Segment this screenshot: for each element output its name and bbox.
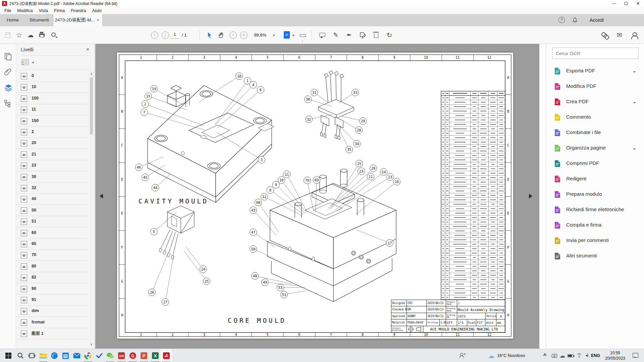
zoom-level[interactable]: 99,6% xyxy=(251,33,266,38)
tool-combinate-i-file[interactable]: Combinate i file xyxy=(546,125,644,140)
layer-visibility-toggle[interactable] xyxy=(21,118,27,124)
notifications-bell-icon[interactable] xyxy=(572,17,578,23)
calendar-icon[interactable] xyxy=(60,349,71,362)
layer-visibility-toggle[interactable] xyxy=(21,152,27,158)
people-icon[interactable] xyxy=(457,349,468,362)
zoom-in-icon[interactable]: + xyxy=(240,32,248,39)
layer-visibility-toggle[interactable] xyxy=(21,319,27,326)
menu-modifica[interactable]: Modifica xyxy=(14,8,36,13)
model-tree-icon[interactable] xyxy=(4,100,12,108)
comment-icon[interactable] xyxy=(318,31,327,40)
action-center-icon[interactable] xyxy=(633,353,638,358)
tool-richiedi-firme-elettroniche[interactable]: Richiedi firme elettroniche xyxy=(546,202,644,218)
email-icon[interactable]: ✉ xyxy=(615,31,624,40)
weather-icon[interactable]: ☁ xyxy=(486,349,497,362)
zoom-out-icon[interactable]: − xyxy=(229,32,237,39)
scroll-right-icon[interactable] xyxy=(529,194,535,198)
edit-page-icon[interactable] xyxy=(358,31,367,40)
delete-pages-icon[interactable] xyxy=(372,31,380,40)
menu-vista[interactable]: Vista xyxy=(36,8,51,13)
todo-icon[interactable] xyxy=(94,349,105,362)
sign-in-button[interactable]: Accedi xyxy=(590,14,604,26)
layer-visibility-toggle[interactable] xyxy=(21,286,27,292)
layer-options-icon[interactable] xyxy=(21,59,29,65)
hand-tool-icon[interactable] xyxy=(217,31,226,40)
layer-visibility-toggle[interactable] xyxy=(21,230,27,236)
clock[interactable]: 10:55 20/05/2023 xyxy=(602,350,628,361)
solidworks-icon[interactable]: SW xyxy=(116,349,127,362)
collapse-toolbar-icon[interactable] xyxy=(299,31,307,40)
layers-icon[interactable] xyxy=(4,83,12,92)
layer-visibility-toggle[interactable] xyxy=(21,163,27,169)
layer-visibility-toggle[interactable] xyxy=(21,219,27,225)
layer-visibility-toggle[interactable] xyxy=(21,174,27,180)
chevron-down-icon[interactable]: ⌄ xyxy=(633,68,636,73)
layer-visibility-toggle[interactable] xyxy=(21,84,27,90)
tool-commento[interactable]: Commento xyxy=(546,110,644,125)
rotate-pages-icon[interactable]: ↻ xyxy=(385,31,394,40)
account-icon[interactable] xyxy=(630,31,639,40)
tab-tools[interactable]: Strumenti xyxy=(25,14,53,26)
tools-search-input[interactable] xyxy=(552,48,639,59)
g-app-icon[interactable]: G xyxy=(127,349,138,362)
fit-width-icon[interactable]: ⇄ xyxy=(284,31,290,39)
tab-close-icon[interactable]: × xyxy=(96,14,100,26)
share-link-icon[interactable] xyxy=(600,31,609,40)
layer-visibility-toggle[interactable] xyxy=(21,297,27,303)
layers-scrollbar-thumb[interactable] xyxy=(90,77,93,134)
maximize-button[interactable] xyxy=(620,0,632,7)
task-view-icon[interactable] xyxy=(26,349,37,362)
fill-sign-icon[interactable]: ✒ xyxy=(345,31,354,40)
tool-redigere[interactable]: Redigere xyxy=(546,171,644,187)
layer-visibility-toggle[interactable] xyxy=(21,129,27,135)
menu-file[interactable]: File xyxy=(1,8,14,13)
tool-esporta-pdf[interactable]: Esporta PDF⌄ xyxy=(546,63,644,79)
attachments-icon[interactable] xyxy=(4,68,12,76)
layer-options-caret-icon[interactable]: ▼ xyxy=(32,61,35,64)
minimize-button[interactable] xyxy=(608,0,620,7)
layer-visibility-toggle[interactable] xyxy=(21,140,27,146)
layers-scrollbar[interactable]: ▲▼ xyxy=(89,71,94,347)
chevron-down-icon[interactable]: ⌄ xyxy=(633,145,636,150)
tool-crea-pdf[interactable]: Crea PDF⌄ xyxy=(546,94,644,110)
tool-modifica-pdf[interactable]: Modifica PDF xyxy=(546,79,644,94)
acrobat-icon[interactable] xyxy=(161,349,172,362)
layer-visibility-toggle[interactable] xyxy=(21,185,27,191)
tool-prepara-modulo[interactable]: Prepara modulo xyxy=(546,187,644,202)
layer-visibility-toggle[interactable] xyxy=(21,107,27,113)
chevron-down-icon[interactable]: ⌄ xyxy=(633,99,636,104)
tool-altri-strumenti[interactable]: Altri strumenti xyxy=(546,248,644,264)
zoom-caret-icon[interactable]: ▼ xyxy=(272,34,275,37)
edge-icon[interactable] xyxy=(49,349,60,362)
weather-text[interactable]: 16°C Nuvoloso xyxy=(497,349,525,362)
layer-visibility-toggle[interactable] xyxy=(21,263,27,270)
menu-firma[interactable]: Firma xyxy=(51,8,68,13)
find-icon[interactable] xyxy=(49,31,58,40)
chrome-icon[interactable] xyxy=(83,349,94,362)
previous-page-icon[interactable]: ↑ xyxy=(151,32,158,39)
layer-visibility-toggle[interactable] xyxy=(21,96,27,102)
share-cloud-icon[interactable]: ☁↑ xyxy=(26,31,35,40)
excel-icon[interactable]: X xyxy=(150,349,161,362)
wechat-icon[interactable] xyxy=(105,349,116,362)
scroll-left-icon[interactable] xyxy=(97,194,103,198)
powerpoint-icon[interactable]: P xyxy=(139,349,150,362)
star-favorite-icon[interactable]: ☆ xyxy=(15,31,23,40)
layer-visibility-toggle[interactable] xyxy=(21,275,27,281)
language-indicator[interactable]: ENG xyxy=(591,349,600,362)
print-icon[interactable] xyxy=(38,31,46,40)
layers-panel-close-icon[interactable]: × xyxy=(86,46,89,52)
close-button[interactable]: ✕ xyxy=(632,0,644,7)
layer-visibility-toggle[interactable] xyxy=(21,241,27,247)
start-icon[interactable] xyxy=(3,349,14,362)
layer-visibility-toggle[interactable] xyxy=(21,252,27,258)
help-icon[interactable]: ? xyxy=(558,17,565,23)
tab-home[interactable]: Home xyxy=(0,14,25,26)
select-tool-icon[interactable] xyxy=(205,31,214,40)
tool-compila-e-firma[interactable]: Compila e firma xyxy=(546,218,644,233)
tool-invia-per-commenti[interactable]: Invia per commenti xyxy=(546,233,644,248)
page-number-input[interactable]: 1 xyxy=(170,32,179,39)
next-page-icon[interactable]: ↓ xyxy=(162,32,169,39)
menu-finestra[interactable]: Finestra xyxy=(68,8,89,13)
layer-visibility-toggle[interactable] xyxy=(21,207,27,214)
